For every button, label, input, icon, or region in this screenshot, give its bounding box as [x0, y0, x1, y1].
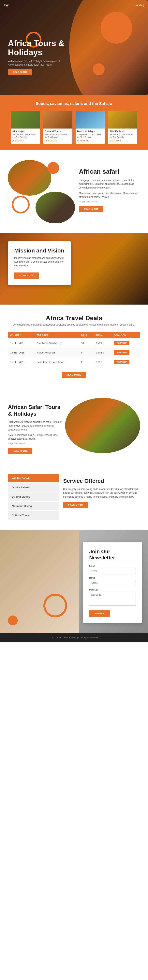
safari-content: African safari Paragraphs Lorem ipsum do… [79, 160, 140, 212]
deals-cta-button[interactable]: READ MORE [62, 372, 86, 378]
ast-img-credit: Image from Freepik [8, 442, 67, 445]
deals-subtitle: Lorem ipsum dolor sit amet, consectetur … [8, 323, 140, 326]
ast-cta-button[interactable]: READ MORE [8, 448, 32, 454]
souqs-card-cultural: Cultural Tours Sample text. Click to sel… [43, 111, 72, 144]
souqs-section: Souqs, savannas, safaris and the Sahara … [0, 95, 148, 150]
deal-country-3: 15 SEP 2023 [8, 358, 34, 367]
logo: logo [4, 3, 9, 6]
newsletter-message-label: Message [89, 589, 136, 591]
view-trip-3[interactable]: VIEW TRIP [114, 360, 129, 364]
deal-action-1: VIEW TRIP [112, 339, 140, 348]
newsletter-email-field: Email [89, 565, 136, 574]
service-description: Our Integrity is about taking pride in w… [63, 487, 140, 499]
deals-section: Africa Travel Deals Lorem ipsum dolor si… [0, 305, 148, 388]
safari-paragraph1: Paragraphs Lorem ipsum dolor sit amet, c… [79, 178, 140, 190]
service-cta-button[interactable]: READ MORE [63, 502, 88, 508]
table-row: 15 SEP 2023 Zanzibar to Shimba Hills 10 … [8, 339, 140, 348]
hero-circle-large [101, 12, 132, 44]
safari-circle-outline [12, 196, 30, 213]
newsletter-title: Join Our Newsletter [89, 549, 136, 561]
souqs-card-wildlife: Wildlife Safari Sample text. Click to se… [108, 111, 137, 144]
deal-days-3: 6 [79, 358, 93, 367]
african-safari-section: African safari Paragraphs Lorem ipsum do… [0, 150, 148, 233]
deals-col-from: FROM [93, 332, 111, 339]
newsletter-name-field: Name [89, 577, 136, 586]
service-menu-wildlife[interactable]: Wildlife Safaris [8, 474, 59, 482]
mission-cta-button[interactable]: READ MORE [14, 272, 39, 279]
table-row: 15 SEP 2023 Nairobi to Nairobi 8 1 384 €… [8, 348, 140, 358]
ast-content: African Safari Tours & Holidays Habitant… [8, 398, 67, 454]
mission-title: Mission and Vision [14, 248, 65, 254]
safari-zebra-image [8, 160, 51, 196]
ast-section: African Safari Tours & Holidays Habitant… [0, 388, 148, 464]
souqs-card-kilimanjaro: Kilimanjaro Sample text. Click to select… [11, 111, 40, 144]
newsletter-submit-button[interactable]: SUBMIT [89, 610, 110, 617]
safari-paragraph2: Maecenas Lorem ipsum quis elementum. Mae… [79, 191, 140, 199]
souqs-cards: Kilimanjaro Sample text. Click to select… [8, 111, 140, 144]
ast-title: African Safari Tours & Holidays [8, 404, 67, 417]
cultural-text: Sample text. Click to select the Text Do… [43, 133, 72, 139]
newsletter-email-input[interactable] [89, 568, 136, 574]
service-menu-birding[interactable]: Birding Safaris [8, 493, 59, 501]
nav-landing: Landing [135, 3, 144, 6]
ast-elephants-image [65, 398, 140, 453]
deals-title: Africa Travel Deals [8, 315, 140, 322]
view-trip-2[interactable]: VIEW TRIP [114, 350, 129, 355]
mission-section: Mission and Vision Industry-leading prod… [0, 233, 148, 305]
wildlife-label: Wildlife Safari [108, 129, 137, 133]
deal-from-1: 1 720 € [93, 339, 111, 348]
deal-from-3: 376 € [93, 358, 111, 367]
wildlife-text: Sample text. Click to select the Text Do… [108, 133, 137, 139]
safari-cta-button[interactable]: READ MORE [79, 206, 103, 212]
wildlife-link[interactable]: READ MORE [108, 139, 137, 142]
newsletter-circle-outline [43, 593, 67, 617]
service-section: Wildlife Safaris Gorilla Safaris Birding… [0, 464, 148, 530]
cultural-label: Cultural Tours [43, 129, 72, 133]
deals-col-tripname: TRIP NAME [34, 332, 79, 339]
mission-paragraph: Industry-leading products and customer s… [14, 256, 65, 268]
service-menu: Wildlife Safaris Gorilla Safaris Birding… [8, 474, 59, 520]
deals-table: COUNTRY TRIP NAME DAYS FROM BOOK NOW 15 … [8, 332, 140, 367]
hero-content: Africa Tours &Holidays With adventure yo… [8, 39, 65, 75]
kilimanjaro-link[interactable]: READ MORE [11, 139, 40, 142]
kilimanjaro-label: Kilimanjaro [11, 129, 40, 133]
kilimanjaro-text: Sample text. Click to select the Text Do… [11, 133, 40, 139]
service-menu-cultural[interactable]: Cultural Tours [8, 511, 59, 520]
beach-link[interactable]: READ MORE [76, 139, 105, 142]
cultural-image [43, 111, 72, 129]
deal-country-1: 15 SEP 2023 [8, 339, 34, 348]
deal-days-2: 8 [79, 348, 93, 358]
deal-days-1: 10 [79, 339, 93, 348]
newsletter-name-input[interactable] [89, 580, 136, 586]
newsletter-name-label: Name [89, 577, 136, 579]
deal-tripname-1: Zanzibar to Shimba Hills [34, 339, 79, 348]
deals-col-country: COUNTRY [8, 332, 34, 339]
newsletter-email-label: Email [89, 565, 136, 567]
hero-cta-button[interactable]: READ MORE [8, 69, 32, 75]
cultural-link[interactable]: READ MORE [43, 139, 72, 142]
deals-col-days: DAYS [79, 332, 93, 339]
beach-image [76, 111, 105, 129]
beach-text: Sample text. Click to select the Text Do… [76, 133, 105, 139]
newsletter-message-input[interactable] [89, 592, 136, 606]
safari-images-container [8, 160, 75, 223]
hero-circle-small [93, 64, 105, 75]
footer-copyright: © 2023 Africa Tours & Holidays. All righ… [50, 636, 98, 639]
souqs-card-beach: Beach Holidays Sample text. Click to sel… [76, 111, 105, 144]
service-menu-gorilla[interactable]: Gorilla Safaris [8, 483, 59, 492]
beach-label: Beach Holidays [76, 129, 105, 133]
safari-jeep-image [36, 192, 75, 223]
table-row: 15 SEP 2023 Cape Town to Cape Town 6 376… [8, 358, 140, 367]
service-menu-mountain[interactable]: Mountain Hiking [8, 502, 59, 510]
newsletter-circle-small [8, 616, 18, 625]
ast-paragraph2: AMat in commodo lacinia. Sit amet massa … [8, 433, 67, 441]
safari-circle-orange [47, 162, 59, 174]
ast-paragraph1: Habitant morbi tristique senectus et net… [8, 420, 67, 432]
newsletter-message-field: Message [89, 589, 136, 606]
deals-table-header-row: COUNTRY TRIP NAME DAYS FROM BOOK NOW [8, 332, 140, 339]
view-trip-1[interactable]: VIEW TRIP [114, 341, 129, 345]
deal-action-2: VIEW TRIP [112, 348, 140, 358]
safari-img-credit: Images from Freepik [79, 200, 140, 203]
newsletter-section: Join Our Newsletter Email Name Message S… [0, 530, 148, 633]
mission-card: Mission and Vision Industry-leading prod… [8, 241, 71, 285]
